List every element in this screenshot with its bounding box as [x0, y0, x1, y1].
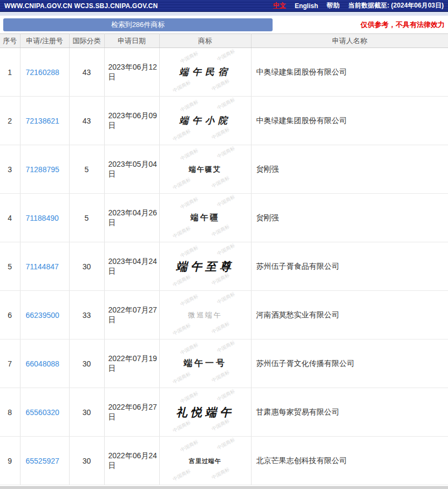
date-cell: 2023年06月09日 [104, 97, 159, 145]
class-cell: 30 [69, 437, 104, 485]
table-row: 172160288432023年06月12日中国商标中国商标中国商标中国商标端午… [0, 48, 448, 97]
trademark-image-cell: 中国商标中国商标中国商标中国商标端午疆 [159, 194, 251, 242]
application-number-cell: 65560320 [20, 388, 69, 437]
horizontal-scrollbar[interactable] [0, 486, 448, 489]
watermark-text: 中国商标 [211, 126, 231, 141]
serial-cell: 5 [0, 242, 20, 291]
application-number-link[interactable]: 71288795 [26, 165, 59, 174]
class-cell: 5 [69, 194, 104, 242]
applicant-cell: 苏州伍子胥食品有限公司 [251, 242, 448, 291]
serial-cell: 7 [0, 339, 20, 388]
watermark-text: 中国商标 [172, 371, 192, 386]
applicant-cell: 贠刚强 [251, 194, 448, 242]
table-row: 571144847302023年04月24日中国商标中国商标中国商标中国商标端午… [0, 242, 448, 291]
watermark-text: 中国商标 [211, 77, 231, 92]
application-number-cell: 66239500 [20, 291, 69, 339]
table-row: 37128879552023年05月04日中国商标中国商标中国商标中国商标端午疆… [0, 145, 448, 194]
watermark-text: 中国商标 [211, 417, 231, 432]
table-row: 47118849052023年04月26日中国商标中国商标中国商标中国商标端午疆… [0, 194, 448, 242]
application-number-cell: 72138621 [20, 97, 69, 145]
application-number-link[interactable]: 66239500 [26, 311, 59, 320]
date-cell: 2022年06月27日 [104, 388, 159, 437]
trademark-text: 宫里过端午 [189, 458, 221, 464]
table-row: 766048088302022年07月19日中国商标中国商标中国商标中国商标端午… [0, 339, 448, 388]
watermark-text: 中国商标 [216, 437, 237, 452]
application-number-cell: 72160288 [20, 48, 69, 97]
trademark-image-cell: 中国商标中国商标中国商标中国商标端午一号 [159, 339, 251, 388]
watermark-text: 中国商标 [211, 369, 231, 384]
application-number-link[interactable]: 72138621 [26, 117, 59, 125]
trademark-image-cell: 中国商标中国商标中国商标中国商标端午小院 [159, 97, 251, 145]
col-header-serial: 序号 [0, 34, 20, 48]
watermark-text: 中国商标 [172, 468, 192, 483]
watermark-text: 中国商标 [179, 341, 200, 356]
applicant-cell: 中奥绿建集团股份有限公司 [251, 48, 448, 97]
watermark-text: 中国商标 [179, 195, 200, 210]
watermark-text: 中国商标 [172, 79, 192, 94]
table-header-row: 序号 申请/注册号 国际分类 申请日期 商标 申请人名称 [0, 34, 448, 48]
trademark-text: 端午疆 [191, 213, 220, 222]
site-url-text: WWW.CNIPA.GOV.CN WCJS.SBJ.CNIPA.GOV.CN [4, 2, 158, 10]
lang-english-link[interactable]: English [295, 2, 318, 10]
lang-chinese-link[interactable]: 中文 [273, 1, 286, 10]
serial-cell: 4 [0, 194, 20, 242]
application-number-link[interactable]: 72160288 [26, 68, 59, 77]
application-number-link[interactable]: 65525927 [26, 457, 59, 465]
application-number-link[interactable]: 71144847 [26, 262, 59, 271]
serial-cell: 1 [0, 48, 20, 97]
watermark-text: 中国商标 [216, 145, 237, 160]
watermark-text: 中国商标 [216, 194, 237, 209]
watermark-text: 中国商标 [179, 147, 200, 162]
date-cell: 2022年06月24日 [104, 437, 159, 485]
watermark-text: 中国商标 [179, 50, 200, 65]
applicant-cell: 北京芒果志创科技有限公司 [251, 437, 448, 485]
applicant-cell: 贠刚强 [251, 145, 448, 194]
trademark-text: 端午民宿 [179, 66, 231, 77]
applicant-cell: 苏州伍子胥文化传播有限公司 [251, 339, 448, 388]
trademark-image-cell: 中国商标中国商标中国商标中国商标端午疆艾 [159, 145, 251, 194]
watermark-text: 中国商标 [211, 320, 231, 335]
trademark-image-cell: 中国商标中国商标中国商标中国商标端午民宿 [159, 48, 251, 97]
header-divider-strip [0, 12, 448, 16]
trademark-text: 端午一号 [184, 358, 227, 368]
watermark-text: 中国商标 [216, 291, 237, 306]
date-cell: 2023年04月26日 [104, 194, 159, 242]
application-number-link[interactable]: 66048088 [26, 359, 59, 368]
application-number-cell: 71188490 [20, 194, 69, 242]
trademark-image-cell: 中国商标中国商标中国商标中国商标礼悦端午 [159, 388, 251, 437]
watermark-text: 中国商标 [179, 244, 200, 259]
top-bar: WWW.CNIPA.GOV.CN WCJS.SBJ.CNIPA.GOV.CN 中… [0, 0, 448, 12]
serial-cell: 8 [0, 388, 20, 437]
watermark-text: 中国商标 [172, 225, 192, 240]
col-header-date: 申请日期 [104, 34, 159, 48]
watermark-text: 中国商标 [211, 466, 231, 481]
serial-cell: 6 [0, 291, 20, 339]
help-link[interactable]: 帮助 [327, 1, 340, 10]
class-cell: 30 [69, 388, 104, 437]
watermark-text: 中国商标 [216, 339, 237, 355]
trademark-text: 微巡端午 [188, 311, 222, 319]
table-row: 666239500332022年07月27日中国商标中国商标中国商标中国商标微巡… [0, 291, 448, 339]
application-number-link[interactable]: 71188490 [26, 214, 59, 222]
date-cell: 2023年04月24日 [104, 242, 159, 291]
search-result-count-button[interactable]: 检索到286件商标 [3, 18, 273, 31]
application-number-link[interactable]: 65560320 [26, 408, 59, 417]
watermark-text: 中国商标 [216, 97, 237, 112]
watermark-text: 中国商标 [211, 271, 231, 287]
applicant-cell: 中奥绿建集团股份有限公司 [251, 97, 448, 145]
application-number-cell: 71288795 [20, 145, 69, 194]
watermark-text: 中国商标 [179, 438, 200, 453]
application-number-cell: 71144847 [20, 242, 69, 291]
trademark-image-cell: 中国商标中国商标中国商标中国商标端午至尊 [159, 242, 251, 291]
results-bar: 检索到286件商标 仅供参考，不具有法律效力 [0, 16, 448, 33]
col-header-applicant: 申请人名称 [251, 34, 448, 48]
watermark-text: 中国商标 [179, 293, 200, 308]
data-cutoff-text: 当前数据截至: (2024年06月03日) [348, 1, 444, 10]
serial-cell: 3 [0, 145, 20, 194]
date-cell: 2023年05月04日 [104, 145, 159, 194]
date-cell: 2022年07月27日 [104, 291, 159, 339]
date-cell: 2023年06月12日 [104, 48, 159, 97]
trademark-results-table: 序号 申请/注册号 国际分类 申请日期 商标 申请人名称 17216028843… [0, 33, 448, 485]
watermark-text: 中国商标 [172, 322, 192, 337]
applicant-cell: 甘肃惠每家贸易有限公司 [251, 388, 448, 437]
